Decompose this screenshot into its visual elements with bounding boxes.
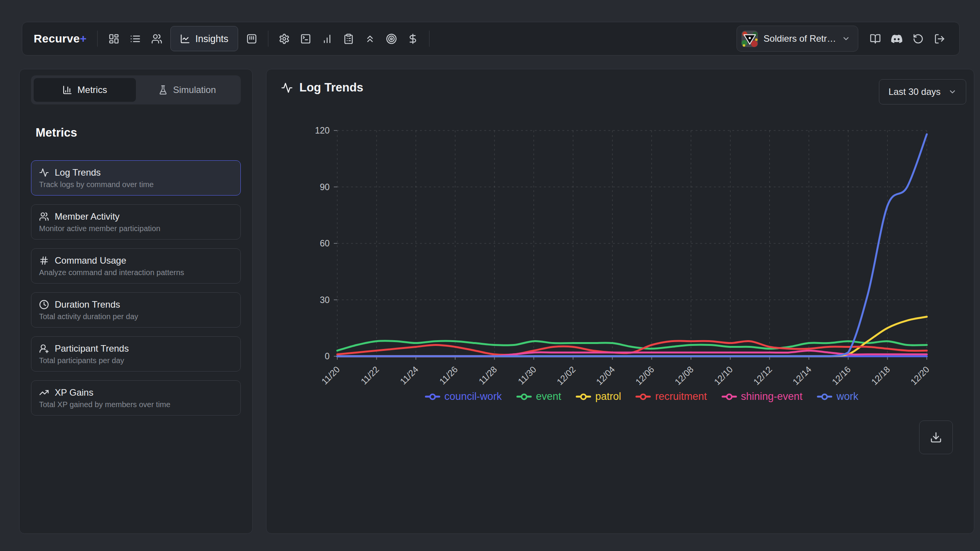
download-icon xyxy=(930,431,942,443)
series-line-patrol xyxy=(337,317,927,356)
docs-button[interactable] xyxy=(864,28,886,49)
tab-metrics[interactable]: Metrics xyxy=(34,78,136,102)
legend-item-recruitment[interactable]: recruitment xyxy=(635,391,707,403)
insights-label: Insights xyxy=(195,33,228,44)
members-button[interactable] xyxy=(146,28,167,49)
user-plus-icon xyxy=(39,344,49,354)
discord-button[interactable] xyxy=(886,28,907,49)
y-axis-label: 60 xyxy=(320,238,330,248)
discord-icon xyxy=(891,33,902,44)
server-selector[interactable]: Soldiers of Retr… xyxy=(737,26,858,52)
sidebar-item-member-activity[interactable]: Member Activity Monitor active member pa… xyxy=(31,204,241,240)
sidebar-item-subtitle: Total XP gained by members over time xyxy=(39,400,233,409)
terminal-icon xyxy=(300,33,311,44)
logout-icon xyxy=(934,33,945,44)
refresh-button[interactable] xyxy=(907,28,929,49)
settings-button[interactable] xyxy=(274,28,295,49)
x-axis-label: 11/22 xyxy=(359,364,381,386)
sidebar-item-log-trends[interactable]: Log Trends Track logs by command over ti… xyxy=(31,160,241,196)
legend-item-event[interactable]: event xyxy=(516,391,561,403)
x-axis-label: 11/26 xyxy=(438,364,460,386)
sidebar-item-subtitle: Total activity duration per day xyxy=(39,312,233,321)
log-trends-chart[interactable]: 030609012011/2011/2211/2411/2611/2811/30… xyxy=(309,125,975,396)
sidebar-item-subtitle: Total participants per day xyxy=(39,356,233,365)
legend-item-council-work[interactable]: council-work xyxy=(425,391,502,403)
legend-marker-icon xyxy=(516,396,532,398)
legend-marker-icon xyxy=(722,396,737,398)
legend-label: recruitment xyxy=(655,391,707,403)
x-axis-label: 12/16 xyxy=(830,364,853,387)
panel-title: Log Trends xyxy=(299,81,363,95)
navbar-divider xyxy=(97,31,98,47)
x-axis-label: 11/30 xyxy=(516,364,538,386)
reports-button[interactable] xyxy=(338,28,359,49)
date-range-value: Last 30 days xyxy=(889,86,941,97)
tab-simulation[interactable]: Simulation xyxy=(136,78,238,102)
legend-item-shining-event[interactable]: shining-event xyxy=(722,391,803,403)
sidebar-item-participant-trends[interactable]: Participant Trends Total participants pe… xyxy=(31,336,241,372)
goals-button[interactable] xyxy=(381,28,402,49)
panel-header: Log Trends xyxy=(281,81,363,95)
legend-item-patrol[interactable]: patrol xyxy=(576,391,621,403)
date-range-dropdown[interactable]: Last 30 days xyxy=(879,79,966,104)
x-axis-label: 12/10 xyxy=(712,364,735,387)
logo-plus: + xyxy=(80,32,87,45)
y-axis-label: 0 xyxy=(325,351,330,361)
x-axis-label: 11/28 xyxy=(477,364,499,386)
legend-marker-icon xyxy=(576,396,591,398)
logout-button[interactable] xyxy=(929,28,950,49)
chevron-down-icon xyxy=(842,34,850,43)
sidebar-item-xp-gains[interactable]: XP Gains Total XP gained by members over… xyxy=(31,380,241,416)
bar-chart-icon xyxy=(322,33,333,44)
list-icon xyxy=(130,33,141,44)
x-axis-label: 11/20 xyxy=(320,364,342,386)
chevron-down-icon xyxy=(948,88,957,96)
top-navbar: Recurve+ Insights Sold xyxy=(22,22,960,55)
x-axis-label: 12/20 xyxy=(908,364,931,387)
dashboard-button[interactable] xyxy=(103,28,124,49)
sidebar-item-subtitle: Track logs by command over time xyxy=(39,180,233,189)
legend-item-work[interactable]: work xyxy=(817,391,858,403)
x-axis-label: 12/06 xyxy=(634,364,656,387)
legend-label: patrol xyxy=(595,391,621,403)
sidebar-item-subtitle: Monitor active member participation xyxy=(39,224,233,233)
sidebar-item-duration-trends[interactable]: Duration Trends Total activity duration … xyxy=(31,292,241,328)
chart-line-icon xyxy=(180,34,190,44)
y-axis-label: 120 xyxy=(315,126,330,135)
target-icon xyxy=(386,33,397,44)
sidebar-item-subtitle: Analyze command and interaction patterns xyxy=(39,268,233,277)
economy-button[interactable] xyxy=(402,28,424,49)
server-avatar xyxy=(742,31,758,47)
users-icon xyxy=(39,212,49,222)
legend-label: work xyxy=(836,391,858,403)
navbar-divider xyxy=(268,31,268,47)
book-open-icon xyxy=(870,33,881,44)
sidebar-item-command-usage[interactable]: Command Usage Analyze command and intera… xyxy=(31,248,241,284)
tab-insights[interactable]: Insights xyxy=(170,26,238,51)
library-button[interactable] xyxy=(241,28,263,49)
activity-icon xyxy=(39,168,49,178)
legend-marker-icon xyxy=(425,396,440,398)
logs-list-button[interactable] xyxy=(124,28,146,49)
console-button[interactable] xyxy=(295,28,317,49)
promotions-button[interactable] xyxy=(359,28,381,49)
sidebar-tab-bar: Metrics Simulation xyxy=(31,75,241,104)
legend-label: council-work xyxy=(444,391,502,403)
navbar-divider xyxy=(429,31,430,47)
gear-icon xyxy=(279,33,290,44)
clipboard-icon xyxy=(343,33,354,44)
x-axis-label: 12/18 xyxy=(869,364,892,387)
stats-button[interactable] xyxy=(317,28,338,49)
legend-marker-icon xyxy=(817,396,832,398)
y-axis-label: 90 xyxy=(320,182,330,192)
sidebar-heading: Metrics xyxy=(36,126,241,140)
tab-metrics-label: Metrics xyxy=(77,85,107,95)
flask-icon xyxy=(158,85,168,95)
users-icon xyxy=(151,33,162,44)
download-button[interactable] xyxy=(919,421,953,454)
app-logo[interactable]: Recurve+ xyxy=(34,32,87,45)
legend-label: event xyxy=(536,391,561,403)
x-axis-label: 12/14 xyxy=(791,364,813,387)
x-axis-label: 12/02 xyxy=(555,364,577,387)
chart-legend: council-workeventpatrolrecruitmentshinin… xyxy=(309,391,975,403)
